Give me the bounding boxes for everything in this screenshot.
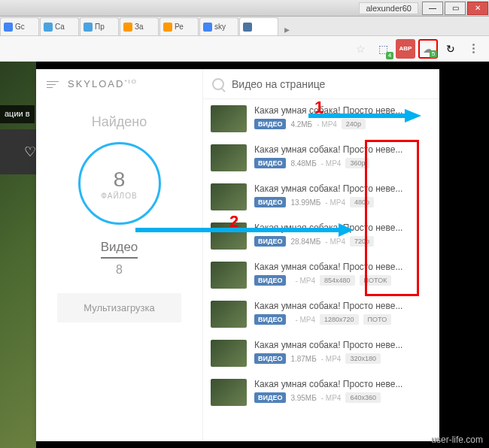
vk-badge: ВИДЕО xyxy=(254,275,286,286)
res-badge: 240p xyxy=(342,119,366,129)
file-count: 8 xyxy=(114,168,126,192)
video-title: Какая умная собака! Просто неве... xyxy=(254,183,432,194)
vk-badge: ВИДЕО xyxy=(254,197,286,207)
tab-0[interactable]: Gc xyxy=(0,17,39,35)
file-size: 3.95МБ xyxy=(290,394,316,402)
video-thumbnail xyxy=(211,183,247,210)
video-title: Какая умная собака! Просто неве... xyxy=(254,379,432,389)
video-thumbnail xyxy=(211,262,247,289)
vk-badge: ВИДЕО xyxy=(254,314,286,325)
file-format: - MP4 xyxy=(325,238,345,246)
skyload-popup: SKYLOAD*IO Найдено 8 ФАЙЛОВ Видео 8 Муль… xyxy=(36,69,439,441)
vk-badge: ВИДЕО xyxy=(254,353,286,364)
popup-header: SKYLOAD*IO xyxy=(36,69,202,99)
favicon-icon xyxy=(4,23,13,32)
window-user: alexunder60 xyxy=(359,2,418,14)
video-title: Какая умная собака! Просто неве... xyxy=(254,340,432,350)
res-badge: 720p xyxy=(350,236,374,247)
bookmark-icon[interactable]: ☆ xyxy=(351,39,370,59)
res-badge: 360p xyxy=(345,158,369,168)
tab-2[interactable]: Пр xyxy=(80,17,119,35)
heart-icon: ♡ xyxy=(24,144,36,160)
watermark: user-life.com xyxy=(431,434,483,445)
popup-summary: Найдено 8 ФАЙЛОВ Видео 8 Мультизагрузка xyxy=(36,99,202,441)
video-count: 8 xyxy=(47,263,192,277)
page-content: ации в ♡ SKYLOAD*IO Найдено 8 ФАЙЛОВ Вид… xyxy=(0,62,489,448)
video-thumbnail xyxy=(211,340,247,367)
vk-badge: ВИДЕО xyxy=(254,392,286,403)
video-title: Какая умная собака! Просто неве... xyxy=(254,262,432,272)
favicon-icon xyxy=(44,23,53,32)
list-item[interactable]: Какая умная собака! Просто неве... ВИДЕО… xyxy=(203,295,439,334)
video-tab[interactable]: Видео xyxy=(101,240,138,259)
annotation-number-1: 1 xyxy=(314,98,323,117)
popup-left-panel: SKYLOAD*IO Найдено 8 ФАЙЛОВ Видео 8 Муль… xyxy=(36,69,203,441)
vk-badge: ВИДЕО xyxy=(254,158,286,168)
file-format: - MP4 xyxy=(321,355,342,363)
list-item[interactable]: Какая умная собака! Просто неве... ВИДЕО… xyxy=(203,177,439,216)
file-format: - MP4 xyxy=(317,120,337,129)
list-item[interactable]: Какая умная собака! Просто неве... ВИДЕО… xyxy=(203,256,439,295)
video-list: Какая умная собака! Просто неве... ВИДЕО… xyxy=(203,99,439,441)
file-size: 4.2МБ xyxy=(290,120,312,129)
found-label: Найдено xyxy=(47,114,192,130)
file-size: 1.87МБ xyxy=(290,355,316,363)
res-badge: ПОТО xyxy=(363,314,392,325)
video-title: Какая умная собака! Просто неве... xyxy=(254,105,432,116)
res-badge: ПОТОК xyxy=(360,275,392,286)
file-format: - MP4 xyxy=(295,277,315,285)
vk-badge: ВИДЕО xyxy=(254,236,286,247)
res-badge: 480p xyxy=(350,197,374,207)
minimize-button[interactable]: — xyxy=(422,2,443,15)
new-tab-button[interactable]: ▸ xyxy=(279,23,294,35)
sync-icon[interactable]: ↻ xyxy=(441,39,460,59)
maximize-button[interactable]: ▭ xyxy=(445,2,466,15)
video-title: Какая умная собака! Просто неве... xyxy=(254,144,432,155)
file-format: - MP4 xyxy=(325,198,345,207)
file-format: - MP4 xyxy=(295,316,315,324)
tab-1[interactable]: Са xyxy=(40,17,79,35)
list-item[interactable]: Какая умная собака! Просто неве... ВИДЕО… xyxy=(203,334,439,373)
favicon-icon xyxy=(123,23,132,32)
video-title: Какая умная собака! Просто неве... xyxy=(254,222,432,233)
favicon-icon xyxy=(84,23,93,32)
browser-toolbar: ☆ ⬚4 ABP ☁5 ↻ xyxy=(0,36,489,62)
tab-4[interactable]: Ре xyxy=(159,17,199,35)
abp-icon[interactable]: ABP xyxy=(396,39,415,59)
video-title: Какая умная собака! Просто неве... xyxy=(254,301,432,311)
tab-3[interactable]: За xyxy=(120,17,159,35)
video-thumbnail xyxy=(211,144,247,171)
video-thumbnail xyxy=(211,222,247,250)
menu-icon[interactable] xyxy=(463,39,483,59)
window-titlebar: alexunder60 — ▭ ✕ xyxy=(0,0,489,17)
close-button[interactable]: ✕ xyxy=(467,2,488,15)
vk-badge: ВИДЕО xyxy=(254,119,286,129)
video-thumbnail xyxy=(211,301,247,328)
extension-icon[interactable]: ⬚4 xyxy=(373,39,393,59)
tab-6[interactable] xyxy=(239,17,278,35)
res-badge: 1280x720 xyxy=(320,314,359,325)
list-item[interactable]: Какая умная собака! Просто неве... ВИДЕО… xyxy=(203,373,439,412)
annotation-number-2: 2 xyxy=(229,212,238,232)
file-size: 13.99МБ xyxy=(290,198,320,207)
file-format: - MP4 xyxy=(321,394,342,402)
video-thumbnail xyxy=(211,379,247,406)
skyload-extension-icon[interactable]: ☁5 xyxy=(418,39,438,59)
search-icon[interactable] xyxy=(212,78,224,90)
multiload-button[interactable]: Мультизагрузка xyxy=(57,293,181,322)
res-badge: 854x480 xyxy=(320,275,355,286)
list-item[interactable]: Какая умная собака! Просто неве... ВИДЕО… xyxy=(203,138,439,177)
file-format: - MP4 xyxy=(321,159,342,168)
popup-search-header: Видео на странице xyxy=(203,69,439,99)
filter-icon[interactable] xyxy=(47,81,59,88)
popup-right-panel: Видео на странице Какая умная собака! Пр… xyxy=(203,69,439,441)
tab-5[interactable]: sky xyxy=(199,17,238,35)
browser-tabs: Gc Са Пр За Ре sky ▸ xyxy=(0,17,489,36)
file-count-label: ФАЙЛОВ xyxy=(101,192,137,200)
video-thumbnail xyxy=(211,105,247,132)
file-size: 28.84МБ xyxy=(290,238,320,246)
favicon-icon xyxy=(243,23,252,32)
favicon-icon xyxy=(203,23,212,32)
count-circle: 8 ФАЙЛОВ xyxy=(78,142,161,225)
search-title: Видео на странице xyxy=(232,78,325,90)
